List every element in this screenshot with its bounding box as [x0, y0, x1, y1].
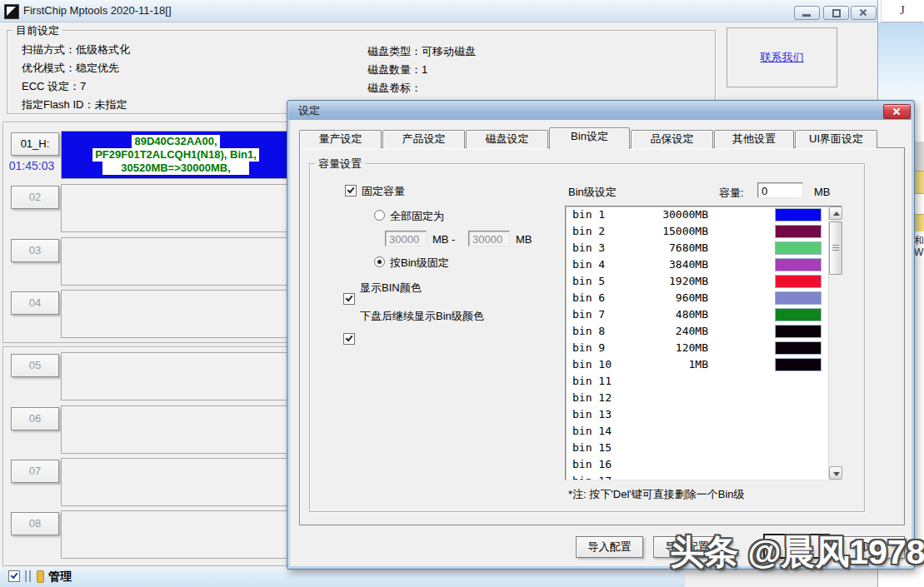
- bin-row[interactable]: bin 215000MB: [566, 223, 842, 240]
- bin-row[interactable]: bin 6960MB: [566, 290, 842, 306]
- bin-size: 30000MB: [572, 206, 708, 223]
- bin-row[interactable]: bin 15: [566, 440, 842, 456]
- bin-row[interactable]: bin 101MB: [566, 356, 842, 373]
- bin-name: bin 15: [572, 440, 612, 456]
- tab-disk[interactable]: 磁盘设定: [466, 130, 548, 148]
- bin-color-swatch: [775, 358, 822, 371]
- bin-row[interactable]: bin 9120MB: [566, 340, 842, 356]
- manage-icon: [37, 570, 44, 583]
- dialog-close-button[interactable]: [883, 104, 911, 119]
- by-bin-label: 按Bin级固定: [390, 256, 449, 271]
- scan-mode-label: 扫描方式：低级格式化: [22, 42, 130, 57]
- bin-row[interactable]: bin 14: [566, 423, 842, 440]
- watermark: 头条 @晨风197888: [670, 530, 924, 575]
- scroll-up-button[interactable]: [829, 206, 842, 220]
- fixed-capacity-label: 固定容量: [362, 184, 405, 199]
- tab-mass-production[interactable]: 量产设定: [299, 130, 382, 148]
- slot-03-result: [61, 237, 291, 286]
- slot-07-button[interactable]: 07: [11, 460, 59, 483]
- ecc-setting-label: ECC 设定：7: [22, 79, 86, 94]
- bin-list[interactable]: bin 130000MBbin 215000MBbin 37680MBbin 4…: [565, 206, 842, 480]
- slot-result-line: PF29F01T2ALCQH1(N18), Bin1,: [92, 148, 259, 162]
- slot-05-button[interactable]: 05: [11, 354, 59, 377]
- dialog-title-bar[interactable]: 设定: [288, 102, 912, 120]
- show-bin-color-label: 显示BIN颜色: [360, 281, 422, 296]
- slot-08-button[interactable]: 08: [11, 512, 59, 535]
- tab-product[interactable]: 产品设定: [382, 130, 465, 148]
- group-title: 容量设置: [315, 157, 365, 170]
- bin-size: 7680MB: [572, 240, 708, 256]
- manage-checkbox[interactable]: [8, 570, 20, 582]
- tab-bin[interactable]: Bin设定: [549, 127, 630, 149]
- bin-name: bin 11: [572, 373, 612, 390]
- tab-ui[interactable]: UI界面设定: [795, 130, 877, 148]
- capacity-input[interactable]: 0: [757, 182, 803, 198]
- flash-id-label: 指定Flash ID：未指定: [22, 97, 127, 112]
- maximize-button[interactable]: [823, 6, 849, 20]
- contact-us-link[interactable]: 联系我们: [727, 50, 837, 65]
- bin-size: 3840MB: [572, 256, 708, 273]
- tab-other[interactable]: 其他设置: [714, 130, 794, 148]
- slot-03-button[interactable]: 03: [11, 239, 59, 262]
- max-capacity-field[interactable]: 30000: [468, 231, 510, 246]
- background-highlight-row: [914, 171, 924, 194]
- min-capacity-field[interactable]: 30000: [385, 231, 427, 246]
- fix-all-label: 全部固定为: [390, 209, 444, 224]
- import-config-button[interactable]: 导入配置: [576, 536, 643, 558]
- slot-04-button[interactable]: 04: [11, 291, 59, 315]
- fix-all-radio[interactable]: [374, 210, 385, 221]
- slot-01-result: 89D40C32AA00, PF29F01T2ALCQH1(N18), Bin1…: [61, 131, 291, 179]
- show-bin-color-checkbox[interactable]: [343, 293, 355, 305]
- slot-02-result: [61, 184, 291, 232]
- by-bin-radio[interactable]: [374, 256, 385, 267]
- slot-08-result: [61, 510, 291, 559]
- bin-list-title: Bin级设定: [568, 185, 617, 200]
- bin-row[interactable]: bin 16: [566, 456, 842, 473]
- bin-list-scrollbar[interactable]: [828, 206, 843, 480]
- slot-result-line: 89D40C32AA00,: [132, 135, 219, 148]
- slot-01-button[interactable]: 01_H:: [11, 132, 59, 156]
- bin-row[interactable]: bin 43840MB: [566, 256, 842, 273]
- bin-row[interactable]: bin 7480MB: [566, 306, 842, 323]
- slot-02-button[interactable]: 02: [11, 186, 59, 209]
- window-title: FirstChip Mptools 2020-11-18[]: [23, 0, 172, 22]
- bin-name: bin 13: [572, 406, 612, 423]
- background-column-header: J: [881, 0, 923, 22]
- bin-color-swatch: [775, 258, 822, 271]
- title-bar[interactable]: FirstChip Mptools 2020-11-18[]: [0, 0, 877, 22]
- bin-row[interactable]: bin 11: [566, 373, 842, 390]
- tab-qa[interactable]: 品保设定: [631, 130, 713, 148]
- capacity-label: 容量:: [719, 186, 744, 201]
- slot-result-line: 30520MB=>30000MB,: [102, 162, 249, 175]
- bin-row[interactable]: bin 51920MB: [566, 273, 842, 290]
- optimize-mode-label: 优化模式：稳定优先: [22, 61, 119, 76]
- bin-row[interactable]: bin 37680MB: [566, 240, 842, 256]
- range-separator-label: MB -: [432, 233, 455, 246]
- bin-size: 480MB: [572, 306, 708, 323]
- bin-color-swatch: [775, 341, 822, 355]
- bin-name: bin 12: [572, 390, 612, 406]
- bin-row[interactable]: bin 13: [566, 406, 842, 423]
- keep-bin-color-checkbox[interactable]: [343, 333, 355, 345]
- scroll-down-button[interactable]: [829, 466, 842, 480]
- bin-size: 15000MB: [572, 223, 708, 240]
- close-button[interactable]: [851, 6, 877, 20]
- bin-size: 1MB: [572, 356, 708, 373]
- fixed-capacity-checkbox[interactable]: [345, 185, 357, 196]
- slot-01-timer: 01:45:03: [5, 159, 58, 172]
- divider: [29, 570, 31, 582]
- minimize-button[interactable]: [794, 6, 820, 20]
- slot-06-button[interactable]: 06: [11, 407, 59, 430]
- disk-count-label: 磁盘数量：1: [367, 62, 427, 77]
- bin-size: 120MB: [572, 340, 708, 356]
- scrollbar-thumb[interactable]: [829, 221, 842, 275]
- bin-color-swatch: [775, 275, 822, 288]
- divider: [25, 570, 27, 582]
- bin-row[interactable]: bin 8240MB: [566, 323, 842, 340]
- bin-row[interactable]: bin 12: [566, 390, 842, 406]
- bin-row[interactable]: bin 17: [566, 473, 842, 480]
- bin-row[interactable]: bin 130000MB: [566, 206, 842, 223]
- contact-box: 联系我们: [727, 27, 837, 87]
- bottom-bar: 管理: [0, 567, 685, 587]
- bin-color-swatch: [775, 208, 822, 221]
